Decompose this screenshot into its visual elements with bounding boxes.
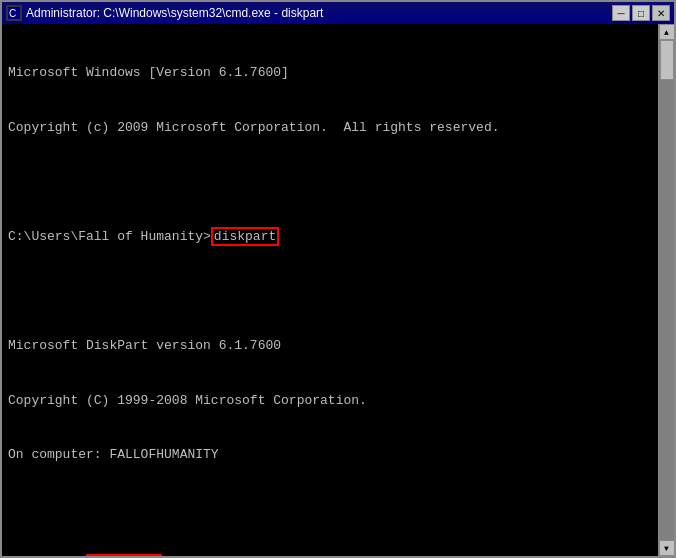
cmd-icon: C [6,5,22,21]
terminal-output[interactable]: Microsoft Windows [Version 6.1.7600] Cop… [2,24,658,556]
line-diskpart-version: Microsoft DiskPart version 6.1.7600 [8,337,652,355]
line-blank3 [8,501,652,519]
highlight-diskpart: diskpart [211,227,279,246]
line-diskpart-cmd: C:\Users\Fall of Humanity>diskpart [8,228,652,246]
scroll-down-button[interactable]: ▼ [659,540,675,556]
scroll-up-button[interactable]: ▲ [659,24,675,40]
content-area: Microsoft Windows [Version 6.1.7600] Cop… [2,24,674,556]
line-blank1 [8,174,652,192]
window-title: Administrator: C:\Windows\system32\cmd.e… [26,6,323,20]
maximize-button[interactable]: □ [632,5,650,21]
line-computer: On computer: FALLOFHUMANITY [8,446,652,464]
title-bar: C Administrator: C:\Windows\system32\cmd… [2,2,674,24]
line-diskpart-copyright: Copyright (C) 1999-2008 Microsoft Corpor… [8,392,652,410]
title-bar-left: C Administrator: C:\Windows\system32\cmd… [6,5,323,21]
line-windows-version: Microsoft Windows [Version 6.1.7600] [8,64,652,82]
highlight-listdisk: list disk [86,554,162,556]
title-bar-buttons: ─ □ ✕ [612,5,670,21]
line-copyright: Copyright (c) 2009 Microsoft Corporation… [8,119,652,137]
minimize-button[interactable]: ─ [612,5,630,21]
cmd-window: C Administrator: C:\Windows\system32\cmd… [0,0,676,558]
svg-text:C: C [9,8,16,19]
scrollbar[interactable]: ▲ ▼ [658,24,674,556]
scroll-thumb[interactable] [660,40,674,80]
close-button[interactable]: ✕ [652,5,670,21]
line-blank2 [8,283,652,301]
scroll-track[interactable] [659,40,675,540]
line-listdisk-cmd: DISKPART> list disk [8,555,652,556]
